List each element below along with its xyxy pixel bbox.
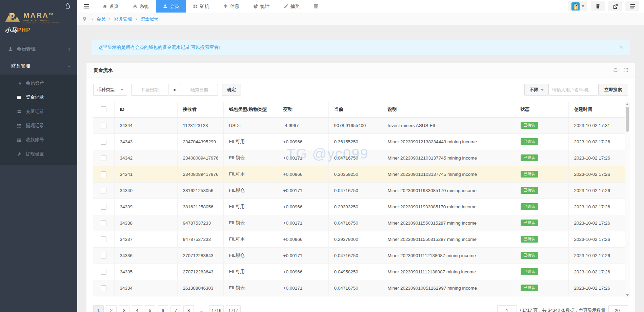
nav-item-asterisk[interactable]: 信息	[216, 0, 246, 13]
search-input[interactable]	[548, 84, 599, 96]
pagination-bar: 12345678...17161717 / 1717 页，共 34340 条数据…	[86, 296, 635, 312]
page-button[interactable]: 7	[170, 305, 181, 312]
nav-item-th-large[interactable]: 矿机	[186, 0, 216, 13]
cell-description: Miner 202309011112138087 mining income	[382, 264, 515, 280]
list-panel-button[interactable]	[625, 1, 639, 11]
external-link-button[interactable]	[608, 1, 622, 11]
cell-change: +0.00171	[278, 150, 328, 166]
page-jump-input[interactable]	[497, 305, 517, 312]
select-all-checkbox[interactable]	[101, 106, 106, 112]
page-button[interactable]: 2	[106, 305, 117, 312]
breadcrumb-finance[interactable]: 财务管理	[114, 16, 132, 22]
date-range-separator-button[interactable]: >	[168, 84, 181, 96]
search-button[interactable]: 立即搜索	[598, 84, 628, 96]
row-checkbox[interactable]	[101, 269, 106, 275]
nav-item-gear[interactable]: 系统	[126, 0, 156, 13]
caret-down-icon	[121, 89, 123, 91]
status-badge: 已确认	[521, 203, 539, 210]
page-button[interactable]: 1	[93, 305, 104, 312]
table-list-icon	[17, 138, 21, 142]
sidebar-subitem[interactable]: 提现记录	[0, 119, 77, 133]
top-navbar: 首页系统会员矿机信息统计抽奖	[77, 0, 644, 13]
breadcrumb-separator: ›	[109, 17, 110, 21]
scrollbar-thumb[interactable]	[626, 107, 629, 132]
sidebar-subitem[interactable]: 充值记录	[0, 104, 77, 119]
breadcrumb-member[interactable]: 会员	[97, 16, 105, 22]
refresh-icon[interactable]	[613, 68, 618, 72]
caret-down-icon	[582, 5, 584, 7]
breadcrumb-fund-records[interactable]: 资金记录	[141, 16, 158, 22]
close-icon[interactable]: ×	[620, 44, 623, 51]
sidebar: MARATM DIGITAL HOLDINGS GLOBAL DIGITAL C…	[0, 0, 77, 312]
column-header-description: 说明	[382, 102, 515, 117]
hamburger-menu-icon[interactable]	[77, 0, 96, 13]
cell-current: 0.36155250	[328, 133, 382, 150]
fund-flow-panel: 资金流水 币种类型 > 确定	[86, 63, 635, 312]
page-button[interactable]: 8	[183, 305, 194, 312]
row-checkbox[interactable]	[101, 188, 106, 193]
user-menu-button[interactable]	[568, 1, 587, 11]
sidebar-subitem[interactable]: 资金记录	[0, 90, 77, 104]
end-date-input[interactable]	[181, 84, 218, 96]
nav-item-home[interactable]: 首页	[96, 0, 126, 13]
cell-change: +0.00966	[278, 166, 328, 182]
row-checkbox[interactable]	[101, 220, 106, 226]
page-button[interactable]: 1717	[226, 305, 241, 312]
sidebar-subitem[interactable]: 收款账号	[0, 133, 77, 147]
row-checkbox[interactable]	[101, 171, 106, 177]
user-icon	[8, 47, 13, 51]
row-checkbox[interactable]	[101, 155, 106, 161]
nav-item-pen[interactable]: 抽奖	[277, 0, 307, 13]
sidebar-subitem-label: 会员资产	[26, 80, 44, 86]
nav-item-label: 会员	[170, 3, 179, 9]
nav-item-pie[interactable]: 统计	[246, 0, 277, 13]
sidebar-subitem[interactable]: 会员资产	[0, 76, 77, 90]
nav-item-user[interactable]: 会员	[156, 0, 186, 13]
row-checkbox[interactable]	[101, 253, 106, 258]
cell-created: 2023-10-02 17:26	[568, 215, 628, 231]
page-button[interactable]: 3	[119, 305, 129, 312]
avatar	[571, 2, 580, 11]
cell-receiver: 270712283643	[177, 264, 223, 280]
cell-current: 0.29393250	[328, 199, 382, 215]
sidebar-item-label: 财务管理	[11, 63, 30, 69]
cell-created: 2023-10-02 17:26	[568, 199, 628, 215]
nav-grid-button[interactable]	[307, 0, 325, 13]
sidebar-item-member-management[interactable]: 会员管理	[0, 41, 77, 58]
column-header-created: 创建时间	[568, 102, 628, 117]
nav-item-label: 系统	[140, 3, 149, 9]
row-checkbox[interactable]	[101, 236, 106, 242]
row-checkbox[interactable]	[101, 139, 106, 145]
scrollbar-up-arrow[interactable]	[625, 102, 629, 106]
page-button[interactable]: 5	[145, 305, 155, 312]
table-row: 3433794787537233FIL可用+0.009660.29379000M…	[93, 231, 628, 247]
trash-button[interactable]	[591, 1, 605, 11]
cell-current: 0.04716750	[328, 182, 382, 199]
confirm-button[interactable]: 确定	[222, 84, 241, 96]
breadcrumb-separator: ›	[136, 17, 137, 21]
fullscreen-icon[interactable]	[623, 68, 628, 72]
sidebar-subitem-label: 提现记录	[26, 123, 44, 129]
page-size-select[interactable]: 20	[608, 305, 628, 312]
page-button[interactable]: 6	[158, 305, 168, 312]
row-checkbox[interactable]	[101, 204, 106, 210]
start-date-input[interactable]	[131, 84, 168, 96]
cell-wallet-type: FIL可用	[223, 231, 278, 247]
currency-type-select[interactable]: 币种类型	[93, 84, 127, 96]
cell-id: 34334	[114, 280, 177, 296]
cell-current: 9078.91655400	[328, 117, 382, 133]
table-row: 34335270712283643FIL可用+0.009660.04958250…	[93, 264, 628, 280]
pen-icon	[284, 4, 288, 8]
scrollbar-down-arrow[interactable]	[625, 293, 629, 297]
sidebar-subitem[interactable]: 提现设置	[0, 147, 77, 161]
page-button[interactable]: 4	[132, 305, 142, 312]
table-row: 34336270712283643FIL锁仓+0.001710.04716750…	[93, 247, 628, 264]
sidebar-item-finance-management[interactable]: 财务管理	[0, 58, 77, 75]
scope-select[interactable]: 不限	[524, 84, 549, 96]
row-checkbox[interactable]	[101, 285, 106, 291]
page-button[interactable]: 1716	[209, 305, 224, 312]
row-checkbox[interactable]	[101, 123, 106, 128]
column-header-id: ID	[114, 102, 177, 117]
vertical-scrollbar[interactable]	[625, 102, 629, 297]
cell-current: 0.29379000	[328, 231, 382, 247]
